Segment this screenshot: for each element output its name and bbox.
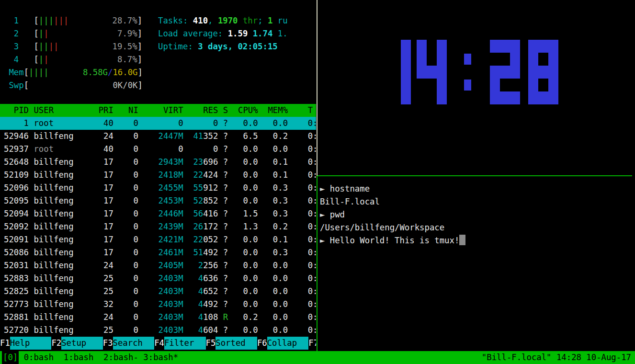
process-row[interactable]: 52091 billfeng 17 0 2421M 22052 ? 0.0 0.… xyxy=(0,233,316,246)
state-cell: ? xyxy=(223,299,228,309)
fkey-F4[interactable]: F4 xyxy=(154,337,164,350)
virt-cell: 2403M xyxy=(138,325,183,335)
session-indicator[interactable]: [0] xyxy=(2,351,19,364)
fkey-label-F4[interactable]: Filter xyxy=(164,337,206,350)
process-row[interactable]: 52086 billfeng 17 0 2461M 51492 ? 0.0 0.… xyxy=(0,246,316,259)
window-item-2[interactable]: 2:bash- xyxy=(103,353,143,362)
virt-cell: 2403M xyxy=(138,299,183,309)
meter-red-bars: | xyxy=(44,55,48,64)
user-cell: billfeng xyxy=(34,312,83,322)
res-lo-cell: 256 xyxy=(203,261,218,270)
terminal-text: Bill-F.local xyxy=(320,197,380,206)
terminal-line: ► pwd xyxy=(320,208,465,221)
task-text: 1.59 xyxy=(228,29,253,38)
cpu-memory-meters: 1 [||||||28.7%] 2 [||7.9%] 3 [||||19.5%]… xyxy=(4,14,143,92)
process-row[interactable]: 52883 billfeng 25 0 2403M 4636 ? 0.0 0.0… xyxy=(0,272,316,285)
meter-bar: ||8.7% xyxy=(39,53,137,66)
cpu-mem-time-cell: 0.0 0.1 0: xyxy=(228,170,316,180)
meter-value: 8.7% xyxy=(117,55,137,64)
pid-cell: 52937 xyxy=(4,144,34,154)
user-cell: billfeng xyxy=(34,209,83,218)
clock-digit-4 xyxy=(417,40,447,104)
state-cell: ? xyxy=(223,196,228,205)
process-row[interactable]: 52096 billfeng 17 0 2455M 55912 ? 0.0 0.… xyxy=(0,182,316,194)
meter-row-4: 4 [||8.7%] xyxy=(4,53,143,66)
virt-cell: 2403M xyxy=(138,273,183,283)
meter-red-bars: ||| xyxy=(54,16,68,25)
process-row[interactable]: 52825 billfeng 25 0 2403M 4652 ? 0.0 0.0… xyxy=(0,285,316,298)
process-row[interactable]: 1 root 40 0 0 0 ? 0.0 0.0 0: xyxy=(0,117,316,130)
fkey-F3[interactable]: F3 xyxy=(103,337,113,350)
terminal-output: ► hostnameBill-F.local► pwd/Users/billfe… xyxy=(320,182,465,247)
meter-bar: ||||||28.7% xyxy=(39,14,137,27)
process-row[interactable]: 52092 billfeng 17 0 2439M 26172 ? 1.3 0.… xyxy=(0,220,316,233)
process-row[interactable]: 52094 billfeng 17 0 2446M 56416 ? 1.5 0.… xyxy=(0,207,316,220)
virt-cell: 2405M xyxy=(138,261,183,270)
process-row[interactable]: 52946 billfeng 24 0 2447M 41352 ? 6.5 0.… xyxy=(0,130,316,143)
res-hi-cell: 4 xyxy=(183,312,204,322)
fkey-label-F1[interactable]: Help xyxy=(10,337,52,350)
window-item-0[interactable]: 0:bash xyxy=(24,353,64,362)
virt-cell: 2446M xyxy=(138,209,183,218)
meter-green-bars: || xyxy=(39,42,49,51)
res-lo-cell: 696 xyxy=(203,157,218,167)
user-cell: billfeng xyxy=(34,196,83,205)
task-text: Uptime: xyxy=(158,42,198,51)
process-table-header: PID USER PRI NI VIRT RES S CPU% MEM% T xyxy=(0,104,316,117)
res-hi-cell: 41 xyxy=(183,131,204,141)
process-row[interactable]: 52720 billfeng 25 0 2403M 4604 ? 0.0 0.0… xyxy=(0,324,316,337)
res-hi-cell: 23 xyxy=(183,157,204,167)
pid-cell: 52095 xyxy=(4,196,34,205)
res-hi-cell: 56 xyxy=(183,209,204,218)
virt-cell: 2447M xyxy=(138,131,183,141)
meter-green-bars: | xyxy=(39,29,44,38)
process-row[interactable]: 52109 billfeng 17 0 2418M 22424 ? 0.0 0.… xyxy=(0,169,316,182)
cpu-mem-time-cell: 0.0 0.0 0: xyxy=(228,286,316,296)
fkey-label-F3[interactable]: Search xyxy=(113,337,155,350)
task-line-2: Uptime: 3 days, 02:05:15 xyxy=(158,40,288,53)
terminal-text: pwd xyxy=(330,210,345,219)
fkey-F1[interactable]: F1 xyxy=(0,337,10,350)
fkey-F5[interactable]: F5 xyxy=(206,337,216,350)
terminal-text: hostname xyxy=(330,184,370,193)
process-row[interactable]: 52881 billfeng 24 0 2403M 4108 R 0.2 0.0… xyxy=(0,311,316,324)
process-row[interactable]: 52031 billfeng 24 0 2405M 2256 ? 0.0 0.0… xyxy=(0,259,316,272)
fkey-F6[interactable]: F6 xyxy=(257,337,267,350)
cpu-mem-time-cell: 6.5 0.2 0: xyxy=(228,131,316,141)
window-item-3[interactable]: 3:bash* xyxy=(143,353,178,362)
fkey-label-F2[interactable]: Setup xyxy=(61,337,103,350)
res-hi-cell: 26 xyxy=(183,222,204,231)
virt-cell: 2403M xyxy=(138,312,183,322)
pid-cell: 52883 xyxy=(4,273,34,283)
clock-digit-1 xyxy=(381,40,411,104)
meter-green-bars: ||| xyxy=(39,16,54,25)
virt-cell: 0 xyxy=(138,144,183,154)
window-item-1[interactable]: 1:bash xyxy=(64,353,103,362)
meter-value: 8.58G xyxy=(83,68,108,77)
status-right: "Bill-F.local" 14:28 10-Aug-17 xyxy=(482,351,631,364)
meter-label: Mem xyxy=(4,68,24,77)
shell-pane[interactable]: ► hostnameBill-F.local► pwd/Users/billfe… xyxy=(318,176,635,351)
virt-cell: 2453M xyxy=(138,196,183,205)
user-cell: billfeng xyxy=(34,286,83,296)
fkey-label-F6[interactable]: Collap xyxy=(267,337,309,350)
fkey-F2[interactable]: F2 xyxy=(51,337,61,350)
task-text: 1.74 xyxy=(253,29,278,38)
pri-ni-cell: 24 0 xyxy=(83,312,138,322)
fkey-label-F5[interactable]: Sorted xyxy=(215,337,257,350)
virt-cell: 2943M xyxy=(138,157,183,167)
res-lo-cell: 912 xyxy=(203,183,218,193)
tasks-summary: Tasks: 410, 1970 thr; 1 ruLoad average: … xyxy=(158,14,288,53)
res-hi-cell xyxy=(183,118,213,128)
process-row[interactable]: 52937 root 40 0 0 0 ? 0.0 0.0 0: xyxy=(0,143,316,156)
process-row[interactable]: 52773 billfeng 32 0 2403M 4492 ? 0.0 0.0… xyxy=(0,298,316,311)
cpu-mem-time-cell: 0.0 0.0 0: xyxy=(228,144,316,154)
process-row[interactable]: 52095 billfeng 17 0 2453M 52852 ? 0.0 0.… xyxy=(0,194,316,207)
process-row[interactable]: 52648 billfeng 17 0 2943M 23696 ? 0.0 0.… xyxy=(0,156,316,169)
terminal-text: /Users/billfeng/Workspace xyxy=(320,223,444,232)
meter-bracket: ] xyxy=(137,80,142,90)
pri-ni-cell: 17 0 xyxy=(83,183,138,193)
fkey-F7[interactable]: F7 xyxy=(308,337,316,350)
meter-row-1: 1 [||||||28.7%] xyxy=(4,14,143,27)
pid-cell: 52825 xyxy=(4,286,34,296)
